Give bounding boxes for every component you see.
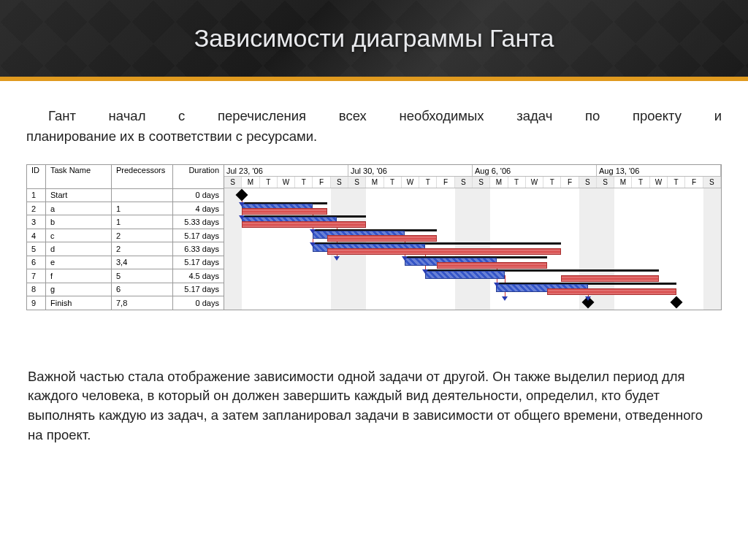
content-area: Гант начал с перечисления всех необходим… — [0, 81, 748, 445]
intro-line-2: планирование их в соответствии с ресурса… — [26, 126, 722, 147]
day-label: S — [597, 177, 614, 188]
days-row: SMTWTFSSMTWTFSSMTWTFSSMTWTFS — [224, 177, 721, 188]
cell-id: 6 — [27, 256, 46, 269]
cell-pred: 6 — [112, 283, 173, 296]
day-label: W — [278, 177, 295, 188]
arrow-down-icon — [402, 256, 408, 261]
cell-name: g — [46, 283, 112, 296]
col-pred: Predecessors — [112, 164, 173, 188]
slide-title: Зависимости диаграммы Ганта — [194, 24, 554, 53]
cell-dur: 0 days — [173, 296, 224, 310]
cell-name: Finish — [46, 296, 112, 310]
cell-dur: 4 days — [173, 202, 224, 215]
timeline: Jul 23, '06Jul 30, '06Aug 6, '06Aug 13, … — [224, 164, 722, 310]
slide-header: Зависимости диаграммы Ганта — [0, 0, 748, 77]
day-label: S — [703, 177, 721, 188]
weekend-column — [703, 188, 721, 310]
cell-pred: 1 — [112, 215, 173, 229]
week-label: Jul 30, '06 — [348, 165, 473, 177]
planned-bar — [425, 271, 505, 279]
task-table: ID Task Name Predecessors Duration 1Star… — [26, 164, 224, 310]
day-label: M — [614, 177, 632, 188]
day-label: T — [668, 177, 685, 188]
cell-id: 8 — [27, 283, 46, 296]
day-label: T — [508, 177, 526, 188]
day-label: T — [419, 177, 437, 188]
baseline-bar — [327, 248, 562, 255]
cell-id: 3 — [27, 215, 46, 229]
cell-name: d — [46, 242, 112, 256]
day-label: F — [437, 177, 454, 188]
table-row: 3b15.33 days — [27, 215, 224, 229]
table-row: 9Finish7,80 days — [27, 296, 224, 310]
weeks-row: Jul 23, '06Jul 30, '06Aug 6, '06Aug 13, … — [224, 165, 721, 177]
day-label: W — [650, 177, 668, 188]
cell-dur: 0 days — [173, 188, 224, 202]
cell-dur: 5.33 days — [173, 215, 224, 229]
day-label: T — [543, 177, 561, 188]
table-row: 8g65.17 days — [27, 283, 224, 296]
cell-id: 7 — [27, 269, 46, 283]
week-label: Aug 13, '06 — [597, 165, 721, 177]
table-row: 2a14 days — [27, 202, 224, 215]
day-label: T — [295, 177, 313, 188]
week-label: Jul 23, '06 — [224, 165, 348, 177]
cell-pred — [112, 188, 173, 202]
cell-dur: 4.5 days — [173, 269, 224, 283]
cell-pred: 2 — [112, 242, 173, 256]
day-label: M — [242, 177, 259, 188]
day-label: W — [402, 177, 419, 188]
day-label: S — [455, 177, 473, 188]
table-row: 1Start0 days — [27, 188, 224, 202]
table-header-row: ID Task Name Predecessors Duration — [27, 164, 224, 188]
day-label: T — [384, 177, 402, 188]
baseline-bar — [327, 235, 438, 242]
day-label: M — [490, 177, 508, 188]
paragraph-2: Важной частью стала отображение зависимо… — [26, 367, 722, 445]
col-dur: Duration — [173, 164, 224, 188]
arrow-down-icon — [310, 242, 316, 247]
arrow-down-icon — [310, 229, 316, 234]
cell-id: 1 — [27, 188, 46, 202]
arrow-down-icon — [422, 269, 428, 274]
arrow-down-icon — [502, 296, 508, 301]
arrow-down-icon — [239, 215, 245, 220]
cell-id: 2 — [27, 202, 46, 215]
arrow-down-icon — [585, 296, 591, 301]
baseline-bar — [242, 208, 327, 215]
intro-line-1: Гант начал с перечисления всех необходим… — [26, 106, 722, 126]
day-label: S — [579, 177, 597, 188]
day-label: S — [331, 177, 348, 188]
cell-pred: 7,8 — [112, 296, 173, 310]
day-label: S — [348, 177, 366, 188]
day-label: F — [685, 177, 703, 188]
cell-name: Start — [46, 188, 112, 202]
col-id: ID — [27, 164, 46, 188]
baseline-bar — [437, 262, 547, 269]
day-label: M — [366, 177, 383, 188]
week-label: Aug 6, '06 — [473, 165, 597, 177]
cell-name: b — [46, 215, 112, 229]
baseline-bar — [242, 221, 366, 228]
milestone-icon — [671, 296, 683, 308]
table-row: 7f54.5 days — [27, 269, 224, 283]
cell-name: a — [46, 202, 112, 215]
arrow-down-icon — [334, 256, 340, 261]
baseline-bar — [547, 288, 676, 295]
day-label: T — [260, 177, 278, 188]
cell-dur: 5.17 days — [173, 256, 224, 269]
baseline-bar — [561, 275, 659, 282]
cell-id: 4 — [27, 229, 46, 242]
day-label: F — [561, 177, 579, 188]
cell-name: e — [46, 256, 112, 269]
cell-name: f — [46, 269, 112, 283]
table-row: 5d26.33 days — [27, 242, 224, 256]
chart-area — [224, 188, 721, 310]
cell-dur: 6.33 days — [173, 242, 224, 256]
day-label: S — [224, 177, 242, 188]
day-label: W — [526, 177, 543, 188]
cell-pred: 2 — [112, 229, 173, 242]
col-name: Task Name — [46, 164, 112, 188]
gantt-chart: ID Task Name Predecessors Duration 1Star… — [26, 164, 722, 310]
cell-id: 9 — [27, 296, 46, 310]
